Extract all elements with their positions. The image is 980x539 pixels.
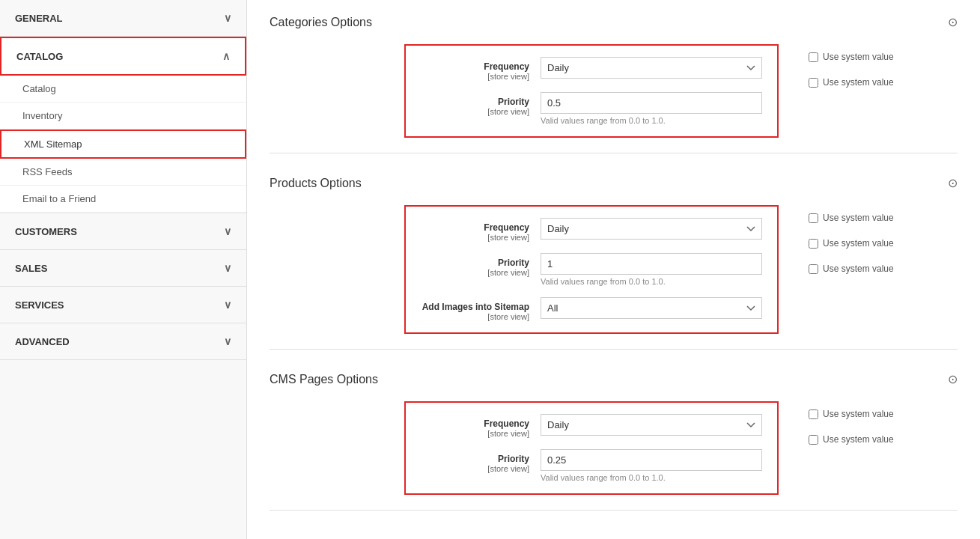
categories-priority-control: Valid values range from 0.0 to 1.0. xyxy=(541,92,762,125)
categories-frequency-control: Always Hourly Daily Weekly Monthly Yearl… xyxy=(541,57,762,79)
categories-collapse-icon[interactable]: ⊙ xyxy=(948,15,958,29)
cms-frequency-control: Always Hourly Daily Weekly Monthly Yearl… xyxy=(541,414,762,436)
categories-checkboxes: Use system value Use system value xyxy=(809,44,894,95)
sidebar: GENERAL ∨ CATALOG ∧ Catalog Inventory XM… xyxy=(0,0,247,539)
cms-pages-options-header: CMS Pages Options ⊙ xyxy=(270,372,958,386)
categories-priority-label: Priority [store view] xyxy=(421,92,541,116)
categories-priority-row: Priority [store view] Valid values range… xyxy=(421,92,762,125)
catalog-items: Catalog Inventory XML Sitemap RSS Feeds … xyxy=(0,76,246,213)
products-options-header: Products Options ⊙ xyxy=(270,176,958,190)
products-priority-system-checkbox[interactable] xyxy=(809,239,818,249)
sidebar-section-customers[interactable]: CUSTOMERS ∨ xyxy=(0,213,246,250)
cms-priority-control: Valid values range from 0.0 to 1.0. xyxy=(541,449,762,482)
cms-priority-system-label[interactable]: Use system value xyxy=(823,434,894,445)
categories-priority-hint: Valid values range from 0.0 to 1.0. xyxy=(541,116,762,125)
products-priority-row: Priority [store view] Valid values range… xyxy=(421,253,762,286)
cms-frequency-system-checkbox[interactable] xyxy=(809,409,818,419)
categories-options-title: Categories Options xyxy=(270,16,372,29)
products-collapse-icon[interactable]: ⊙ xyxy=(948,176,958,190)
categories-priority-system-checkbox[interactable] xyxy=(809,78,818,88)
sidebar-section-customers-label: CUSTOMERS xyxy=(15,226,77,237)
cms-priority-hint: Valid values range from 0.0 to 1.0. xyxy=(541,473,762,482)
cms-pages-options-section: CMS Pages Options ⊙ Frequency [store vie… xyxy=(270,372,958,511)
sidebar-section-services-label: SERVICES xyxy=(15,299,64,311)
products-frequency-row: Frequency [store view] Always Hourly Dai… xyxy=(421,218,762,242)
products-checkboxes: Use system value Use system value Use sy… xyxy=(809,205,894,281)
products-frequency-label: Frequency [store view] xyxy=(421,218,541,242)
sidebar-item-inventory[interactable]: Inventory xyxy=(0,103,246,130)
chevron-services-icon: ∨ xyxy=(224,299,231,311)
categories-form-area: Frequency [store view] Always Hourly Dai… xyxy=(329,44,958,138)
cms-pages-collapse-icon[interactable]: ⊙ xyxy=(948,372,958,386)
categories-priority-checkbox-row: Use system value xyxy=(809,70,894,95)
products-frequency-checkbox-row: Use system value xyxy=(809,205,894,231)
main-content: Categories Options ⊙ Frequency [store vi… xyxy=(247,0,980,539)
cms-priority-system-checkbox[interactable] xyxy=(809,435,818,445)
products-add-images-row: Add Images into Sitemap [store view] Non… xyxy=(421,297,762,321)
cms-frequency-checkbox-row: Use system value xyxy=(809,401,894,427)
cms-pages-form-area: Frequency [store view] Always Hourly Dai… xyxy=(329,401,958,495)
products-form-container: Frequency [store view] Always Hourly Dai… xyxy=(404,205,779,334)
sidebar-section-general-label: GENERAL xyxy=(15,13,63,24)
cms-priority-label: Priority [store view] xyxy=(421,449,541,473)
products-priority-system-label[interactable]: Use system value xyxy=(823,238,894,249)
products-priority-control: Valid values range from 0.0 to 1.0. xyxy=(541,253,762,286)
sidebar-section-catalog[interactable]: CATALOG ∧ xyxy=(0,37,246,76)
chevron-general-icon: ∨ xyxy=(224,12,231,24)
categories-frequency-label: Frequency [store view] xyxy=(421,57,541,81)
sidebar-item-catalog[interactable]: Catalog xyxy=(0,76,246,103)
sidebar-section-sales[interactable]: SALES ∨ xyxy=(0,250,246,287)
categories-frequency-checkbox-row: Use system value xyxy=(809,44,894,70)
sidebar-section-advanced-label: ADVANCED xyxy=(15,336,70,347)
sidebar-section-services[interactable]: SERVICES ∨ xyxy=(0,287,246,323)
products-priority-input[interactable] xyxy=(541,253,762,275)
products-add-images-label: Add Images into Sitemap [store view] xyxy=(421,297,541,321)
cms-pages-form-container: Frequency [store view] Always Hourly Dai… xyxy=(404,401,779,495)
products-add-images-select[interactable]: None Base Only All xyxy=(541,297,762,319)
chevron-customers-icon: ∨ xyxy=(224,225,231,237)
products-options-section: Products Options ⊙ Frequency [store view… xyxy=(270,176,958,350)
cms-frequency-system-label[interactable]: Use system value xyxy=(823,409,894,419)
products-options-title: Products Options xyxy=(270,177,362,190)
sidebar-item-email-to-friend[interactable]: Email to a Friend xyxy=(0,186,246,213)
cms-frequency-label: Frequency [store view] xyxy=(421,414,541,438)
categories-form-container: Frequency [store view] Always Hourly Dai… xyxy=(404,44,779,138)
categories-options-header: Categories Options ⊙ xyxy=(270,15,958,29)
sidebar-item-rss-feeds[interactable]: RSS Feeds xyxy=(0,159,246,186)
categories-priority-system-label[interactable]: Use system value xyxy=(823,77,894,88)
cms-priority-checkbox-row: Use system value xyxy=(809,427,894,452)
categories-frequency-system-label[interactable]: Use system value xyxy=(823,52,894,62)
products-priority-label: Priority [store view] xyxy=(421,253,541,277)
categories-options-section: Categories Options ⊙ Frequency [store vi… xyxy=(270,15,958,153)
cms-priority-row: Priority [store view] Valid values range… xyxy=(421,449,762,482)
products-images-system-label[interactable]: Use system value xyxy=(823,264,894,274)
sidebar-section-catalog-label: CATALOG xyxy=(16,51,63,62)
sidebar-section-general[interactable]: GENERAL ∨ xyxy=(0,0,246,37)
cms-frequency-select[interactable]: Always Hourly Daily Weekly Monthly Yearl… xyxy=(541,414,762,436)
chevron-catalog-icon: ∧ xyxy=(222,50,230,62)
categories-priority-input[interactable] xyxy=(541,92,762,114)
cms-pages-checkboxes: Use system value Use system value xyxy=(809,401,894,452)
categories-frequency-row: Frequency [store view] Always Hourly Dai… xyxy=(421,57,762,81)
cms-pages-options-title: CMS Pages Options xyxy=(270,373,378,386)
products-add-images-control: None Base Only All xyxy=(541,297,762,319)
sidebar-section-sales-label: SALES xyxy=(15,263,47,274)
products-frequency-system-checkbox[interactable] xyxy=(809,213,818,223)
sidebar-section-advanced[interactable]: ADVANCED ∨ xyxy=(0,323,246,360)
products-images-checkbox-row: Use system value xyxy=(809,256,894,281)
products-frequency-system-label[interactable]: Use system value xyxy=(823,213,894,223)
chevron-advanced-icon: ∨ xyxy=(224,335,231,347)
products-frequency-control: Always Hourly Daily Weekly Monthly Yearl… xyxy=(541,218,762,240)
sidebar-item-xml-sitemap[interactable]: XML Sitemap xyxy=(0,130,246,159)
categories-frequency-system-checkbox[interactable] xyxy=(809,52,818,62)
cms-priority-input[interactable] xyxy=(541,449,762,471)
products-form-area: Frequency [store view] Always Hourly Dai… xyxy=(329,205,958,334)
products-images-system-checkbox[interactable] xyxy=(809,264,818,274)
products-frequency-select[interactable]: Always Hourly Daily Weekly Monthly Yearl… xyxy=(541,218,762,240)
cms-frequency-row: Frequency [store view] Always Hourly Dai… xyxy=(421,414,762,438)
chevron-sales-icon: ∨ xyxy=(224,262,231,274)
products-priority-checkbox-row: Use system value xyxy=(809,231,894,256)
categories-frequency-select[interactable]: Always Hourly Daily Weekly Monthly Yearl… xyxy=(541,57,762,79)
products-priority-hint: Valid values range from 0.0 to 1.0. xyxy=(541,277,762,286)
